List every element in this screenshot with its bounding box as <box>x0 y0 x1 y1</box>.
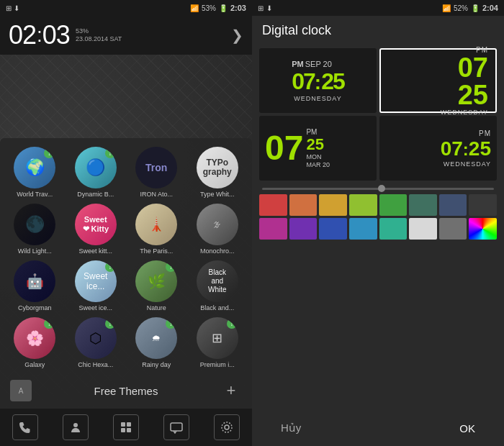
right-battery-pct: 52% <box>454 4 468 12</box>
svg-rect-1 <box>121 422 125 427</box>
back-button[interactable]: ❯ <box>231 27 243 44</box>
left-status-left: ⊞ ⬇ <box>6 4 19 12</box>
list-item[interactable]: Sweetice... ↓ Sweet ice... <box>68 260 124 311</box>
clock-preview-3[interactable]: 07 PM 25 MON MAR 20 <box>259 116 377 181</box>
color-navy[interactable] <box>439 194 467 216</box>
list-item[interactable]: Sweet❤ Kitty Sweet kitt... <box>68 204 124 255</box>
color-blue[interactable] <box>319 218 347 240</box>
color-gray[interactable] <box>439 218 467 240</box>
left-status-bar: ⊞ ⬇ 📶 53% 🔋 2:03 <box>0 0 252 16</box>
nature-icon: 🌿 <box>148 273 166 290</box>
list-item[interactable]: 🌧 ↓ Rainy day <box>129 317 184 368</box>
app-label: Sweet kitt... <box>71 247 121 255</box>
list-item[interactable]: 🌑 Wild Light... <box>7 204 63 255</box>
app-icon-sweet-kitty: Sweet❤ Kitty <box>75 204 117 245</box>
color-red[interactable] <box>259 194 287 216</box>
list-item[interactable]: 🔵 ↓ Dynamic B... <box>68 147 124 198</box>
paris-icon: 🗼 <box>148 217 164 232</box>
app-label: World Trav... <box>9 191 60 198</box>
clock1-time: 07 : 25 <box>292 68 344 95</box>
color-teal[interactable] <box>409 194 437 216</box>
app-icon-rainy: 🌧 ↓ <box>135 317 177 359</box>
apps-button[interactable] <box>113 414 139 440</box>
download-badge: ↓ <box>105 148 115 158</box>
left-status-right: 📶 53% 🔋 2:03 <box>190 4 246 12</box>
clock-preview-4[interactable]: PM 07 : 25 WEDNESDAY <box>379 116 497 181</box>
right-clock-status: 2:04 <box>482 4 498 12</box>
color-white[interactable] <box>409 218 437 240</box>
sweet-kitty-icon: Sweet❤ Kitty <box>83 215 109 234</box>
app-label: The Paris... <box>131 247 181 255</box>
add-button[interactable]: + <box>220 380 242 401</box>
messages-button[interactable] <box>163 414 189 440</box>
settings-button[interactable] <box>214 414 240 440</box>
slider-thumb <box>378 185 385 192</box>
app-icon-cyborgman: 🤖 <box>14 260 55 302</box>
list-item[interactable]: 🌸 ↓ Galaxy <box>7 317 63 368</box>
list-item[interactable]: TYPography Type Whit... <box>190 147 246 198</box>
galaxy-icon: 🌸 <box>26 329 44 347</box>
download-badge: ↓ <box>44 319 54 329</box>
download-badge: ↓ <box>227 319 237 329</box>
color-green[interactable] <box>379 194 408 216</box>
cancel-button[interactable]: Hủy <box>266 419 315 437</box>
clock4-pm: PM <box>479 129 491 137</box>
svg-point-7 <box>222 422 232 432</box>
cyborgman-icon: 🤖 <box>26 273 44 290</box>
color-orange[interactable] <box>289 194 318 216</box>
list-item[interactable]: 🌫 Monochro... <box>190 204 246 255</box>
mono-icon: 🌫 <box>214 221 221 229</box>
app-icon-paris: 🗼 <box>135 204 177 245</box>
app-label: Monochro... <box>192 247 243 255</box>
list-item[interactable]: Tron IRON Ato... <box>129 147 184 198</box>
color-sky[interactable] <box>349 218 377 240</box>
app-label: IRON Ato... <box>131 191 181 198</box>
ok-button[interactable]: OK <box>445 419 490 437</box>
battery-date-info: 53% 23.08.2014 SAT <box>76 27 122 43</box>
phone-button[interactable] <box>12 414 38 440</box>
clock-preview-2[interactable]: PM 07 25 WEDNESDAY <box>379 48 497 113</box>
right-notif-icon: ⊞ <box>258 4 264 12</box>
color-pink[interactable] <box>259 218 287 240</box>
download-badge: ↓ <box>166 319 176 329</box>
app-icon-sweet-ice: Sweetice... ↓ <box>75 260 117 302</box>
clock4-content: PM 07 : 25 WEDNESDAY <box>379 125 497 172</box>
download-badge: ↓ <box>105 319 115 329</box>
premium-icon: ⊞ <box>212 330 222 346</box>
app-icon-dynamic: 🔵 ↓ <box>75 147 117 188</box>
color-purple[interactable] <box>289 218 318 240</box>
atom-icon[interactable]: A <box>10 380 32 401</box>
action-row: Hủy OK <box>252 410 504 446</box>
contacts-button[interactable] <box>63 414 89 440</box>
clock-preview-1[interactable]: PM SEP 20 07 : 25 WEDNESDAY <box>259 48 377 113</box>
app-icon-chic: ⬡ ↓ <box>75 317 117 359</box>
right-status-right: 📶 52% 🔋 2:04 <box>442 4 498 12</box>
app-label: Rainy day <box>131 361 181 368</box>
right-status-left: ⊞ ⬇ <box>258 4 272 12</box>
left-bottom-bar <box>0 409 252 446</box>
list-item[interactable]: ⬡ ↓ Chic Hexa... <box>68 317 124 368</box>
app-label: Nature <box>131 304 181 311</box>
app-icon-mono: 🌫 <box>197 204 238 245</box>
color-yellow[interactable] <box>319 194 347 216</box>
brightness-slider[interactable] <box>262 188 494 190</box>
list-item[interactable]: BlackandWhite Black and... <box>190 260 246 311</box>
list-item[interactable]: 🌿 ↓ Nature <box>129 260 184 311</box>
color-rainbow[interactable] <box>469 218 497 240</box>
apps-drawer: 🌍 ↓ World Trav... 🔵 ↓ Dynamic B... Tron <box>0 138 252 409</box>
right-download-icon: ⬇ <box>266 4 272 12</box>
list-item[interactable]: ⊞ ↓ Premium i... <box>190 317 246 368</box>
list-item[interactable]: 🗼 The Paris... <box>129 204 184 255</box>
app-label: Cyborgman <box>9 304 60 311</box>
free-themes-label: Free Themes <box>94 385 158 397</box>
list-item[interactable]: 🌍 ↓ World Trav... <box>7 147 63 198</box>
clock1-header: PM SEP 20 <box>292 60 344 68</box>
color-lime[interactable] <box>349 194 377 216</box>
clock4-weekday: WEDNESDAY <box>444 160 491 168</box>
color-cyan[interactable] <box>379 218 408 240</box>
left-clock-minutes: 03 <box>42 20 70 50</box>
color-dark[interactable] <box>469 194 497 216</box>
svg-rect-5 <box>171 423 182 431</box>
clock3-content: 07 PM 25 MON MAR 20 <box>259 124 377 173</box>
list-item[interactable]: 🤖 Cyborgman <box>7 260 63 311</box>
